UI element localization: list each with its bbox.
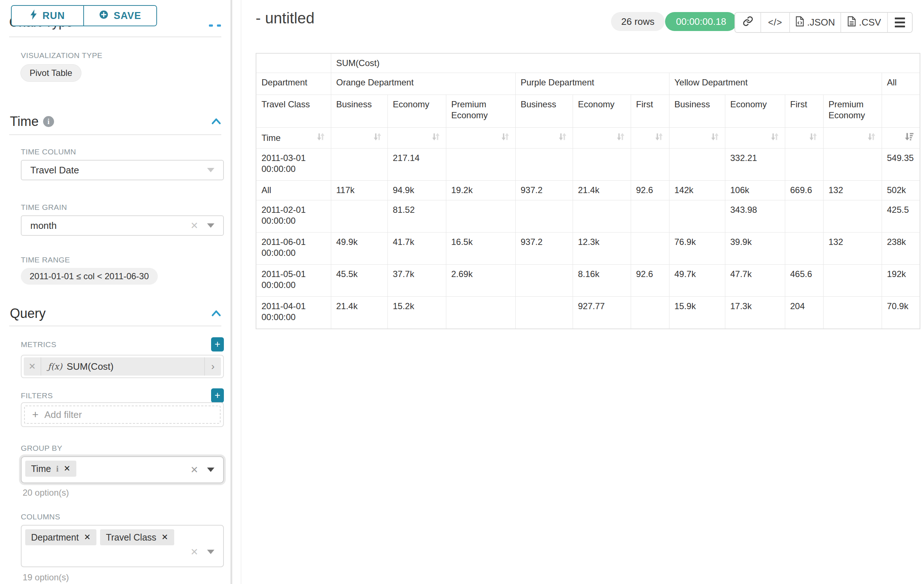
view-query-button[interactable]: </>: [761, 13, 789, 32]
pivot-class-header: First: [631, 95, 669, 128]
clear-icon[interactable]: ✕: [190, 546, 198, 558]
sort-icon[interactable]: [770, 132, 780, 144]
chevron-up-icon[interactable]: [211, 308, 222, 319]
pivot-value-cell: 343.98: [725, 201, 785, 232]
pivot-value-cell: [669, 201, 725, 232]
export-csv-button[interactable]: .CSV: [840, 13, 887, 32]
pivot-class-header: Business: [331, 95, 388, 128]
more-menu-button[interactable]: [887, 13, 912, 32]
run-save-button-group: RUN SAVE: [11, 5, 157, 26]
chart-title[interactable]: - untitled: [256, 10, 314, 27]
time-range-pill[interactable]: 2011-01-01 ≤ col < 2011-06-30: [21, 268, 158, 285]
pivot-value-cell: 332.21: [725, 148, 785, 181]
chevron-right-icon[interactable]: ›: [204, 357, 221, 375]
sort-desc-active-icon[interactable]: [904, 132, 914, 144]
metric-name: SUM(Cost): [66, 361, 114, 372]
pivot-value-cell: 16.5k: [446, 232, 515, 265]
code-icon: </>: [768, 17, 782, 28]
pivot-value-cell: 37.7k: [388, 265, 446, 297]
pivot-sort-header[interactable]: [785, 128, 823, 148]
time-grain-label: TIME GRAIN: [21, 203, 67, 212]
function-icon: ƒ(x): [48, 362, 62, 371]
query-section-title: Query: [10, 306, 46, 321]
pivot-value-cell: 465.6: [785, 265, 823, 297]
sort-icon[interactable]: [867, 132, 876, 144]
pivot-value-cell: 49.9k: [331, 232, 388, 265]
pivot-sort-header[interactable]: [515, 128, 573, 148]
info-icon[interactable]: i: [56, 464, 59, 474]
pivot-class-header: Business: [669, 95, 725, 128]
sort-icon[interactable]: [616, 132, 625, 144]
remove-chip-icon[interactable]: ✕: [64, 464, 70, 474]
pivot-sort-header[interactable]: [823, 128, 882, 148]
visualization-type-pill[interactable]: Pivot Table: [20, 64, 81, 82]
pivot-value-cell: 8.16k: [573, 265, 631, 297]
group-by-chip-time[interactable]: Time i ✕: [25, 461, 76, 477]
pivot-value-cell: 669.6: [785, 181, 823, 201]
sort-icon[interactable]: [808, 132, 818, 144]
group-by-select[interactable]: Time i ✕ ✕: [21, 456, 224, 483]
columns-chip-department[interactable]: Department ✕: [25, 529, 96, 545]
filters-label: FILTERS: [21, 391, 53, 400]
divider: [9, 326, 221, 326]
share-link-button[interactable]: [735, 13, 761, 32]
sort-icon[interactable]: [500, 132, 510, 144]
pivot-value-cell: [446, 297, 515, 329]
pivot-group-header: Orange Department: [331, 73, 515, 95]
pivot-value-cell: 19.2k: [446, 181, 515, 201]
columns-chip-travel-class[interactable]: Travel Class ✕: [100, 529, 174, 545]
pivot-value-cell: 39.9k: [725, 232, 785, 265]
pivot-value-cell: 21.4k: [331, 297, 388, 329]
clipped-icon-fragment: [217, 25, 221, 26]
pivot-sort-header[interactable]: [388, 128, 446, 148]
save-button-label: SAVE: [114, 10, 141, 21]
sort-icon[interactable]: [431, 132, 441, 144]
remove-metric-icon[interactable]: ✕: [24, 357, 41, 375]
pivot-data-row: 2011-02-01 00:00:0081.52343.98425.5: [256, 201, 920, 232]
pivot-value-cell: [785, 201, 823, 232]
export-json-button[interactable]: .JSON: [789, 13, 840, 32]
chevron-up-icon[interactable]: [211, 117, 222, 127]
pivot-value-cell: 41.7k: [388, 232, 446, 265]
pivot-sort-header[interactable]: [669, 128, 725, 148]
remove-chip-icon[interactable]: ✕: [162, 533, 168, 542]
pivot-department-dim-label: Department: [256, 73, 331, 95]
sort-icon[interactable]: [316, 132, 326, 144]
metric-chip[interactable]: ✕ ƒ(x) SUM(Cost) ›: [24, 357, 221, 375]
add-metric-button[interactable]: +: [211, 337, 224, 352]
time-section-header[interactable]: Time i: [10, 114, 222, 129]
time-column-select[interactable]: Travel Date: [21, 160, 224, 180]
pivot-sort-header[interactable]: [631, 128, 669, 148]
pivot-sort-header[interactable]: [882, 128, 920, 148]
clear-icon[interactable]: ✕: [190, 464, 198, 475]
add-filter-dropzone[interactable]: + Add filter: [24, 406, 221, 424]
time-grain-select[interactable]: month ✕: [21, 216, 224, 236]
pivot-value-cell: [631, 148, 669, 181]
pivot-value-cell: [446, 148, 515, 181]
pivot-value-cell: 21.4k: [573, 181, 631, 201]
add-filter-button[interactable]: +: [211, 388, 224, 403]
pivot-sort-header[interactable]: [331, 128, 388, 148]
pivot-value-cell: [331, 201, 388, 232]
query-section-header[interactable]: Query: [10, 306, 222, 321]
pivot-sort-header[interactable]: [725, 128, 785, 148]
pivot-value-cell: 549.35: [882, 148, 920, 181]
sort-icon[interactable]: [373, 132, 383, 144]
sort-icon[interactable]: [654, 132, 664, 144]
export-csv-label: .CSV: [859, 17, 881, 28]
pivot-sort-header[interactable]: [446, 128, 515, 148]
sidebar-scrollbar[interactable]: [231, 0, 232, 584]
pivot-sort-header[interactable]: [573, 128, 631, 148]
run-button[interactable]: RUN: [12, 6, 84, 26]
sort-icon[interactable]: [558, 132, 568, 144]
pivot-time-dim-label[interactable]: Time: [256, 128, 331, 148]
pivot-data-row: 2011-04-01 00:00:0021.4k15.2k927.7715.9k…: [256, 297, 920, 329]
columns-select[interactable]: Department ✕ Travel Class ✕ ✕: [21, 525, 224, 567]
clear-icon[interactable]: ✕: [190, 220, 198, 231]
plus-circle-icon: [99, 10, 109, 22]
remove-chip-icon[interactable]: ✕: [84, 533, 91, 542]
sort-icon[interactable]: [710, 132, 720, 144]
save-button[interactable]: SAVE: [84, 6, 156, 26]
pivot-value-cell: 204: [785, 297, 823, 329]
pivot-value-cell: [515, 297, 573, 329]
